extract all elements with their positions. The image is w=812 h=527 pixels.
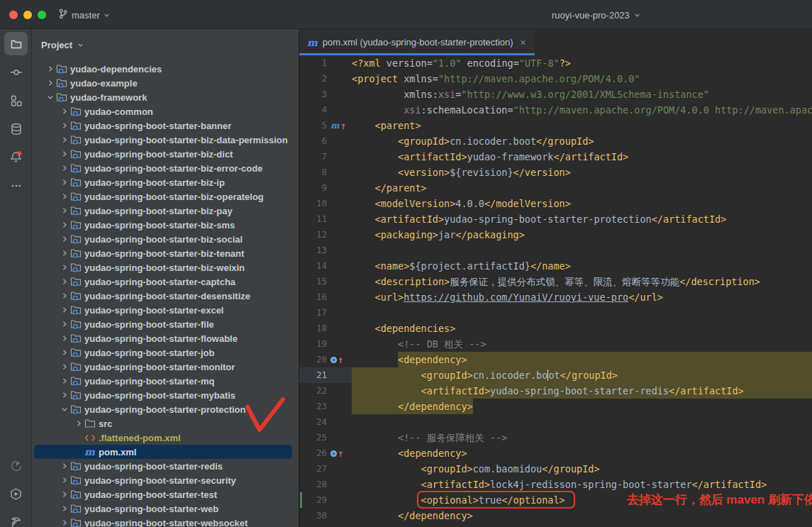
maximize-window-button[interactable] xyxy=(38,11,46,19)
tree-item-pom.xml[interactable]: mpom.xml xyxy=(32,445,299,459)
chevron-right-icon[interactable] xyxy=(59,165,70,172)
close-window-button[interactable] xyxy=(9,11,18,19)
code-line-9[interactable]: 9 </parent> xyxy=(299,180,812,196)
code-line-27[interactable]: 27 <groupId>com.baomidou</groupId> xyxy=(299,461,812,477)
tree-item-yudao-spring-boot-starter-redis[interactable]: yudao-spring-boot-starter-redis xyxy=(32,459,299,473)
tree-item-yudao-spring-boot-starter-test[interactable]: yudao-spring-boot-starter-test xyxy=(32,487,299,501)
tree-item-yudao-spring-boot-starter-biz-pay[interactable]: yudao-spring-boot-starter-biz-pay xyxy=(32,204,299,218)
code-line-10[interactable]: 10 <modelVersion>4.0.0</modelVersion> xyxy=(299,196,812,211)
chevron-right-icon[interactable] xyxy=(59,377,70,384)
tree-item-.flattened-pom.xml[interactable]: .flattened-pom.xml xyxy=(32,431,299,445)
profiler-clock-icon[interactable] xyxy=(4,454,28,477)
chevron-right-icon[interactable] xyxy=(59,321,70,328)
chevron-right-icon[interactable] xyxy=(59,505,70,512)
tree-item-yudao-spring-boot-starter-biz-data-permission[interactable]: yudao-spring-boot-starter-biz-data-permi… xyxy=(32,133,299,147)
tree-item-yudao-spring-boot-starter-biz-dict[interactable]: yudao-spring-boot-starter-biz-dict xyxy=(32,147,299,161)
code-line-17[interactable]: 17 xyxy=(299,305,812,321)
database-icon[interactable] xyxy=(4,117,28,140)
project-folder-icon[interactable] xyxy=(4,32,28,55)
minimize-window-button[interactable] xyxy=(23,11,32,19)
chevron-right-icon[interactable] xyxy=(59,278,70,285)
code-line-12[interactable]: 12 <packaging>jar</packaging> xyxy=(299,227,812,243)
code-line-30[interactable]: 30 </dependency> xyxy=(299,508,812,523)
chevron-right-icon[interactable] xyxy=(59,491,70,498)
chevron-down-icon[interactable] xyxy=(59,406,70,413)
chevron-right-icon[interactable] xyxy=(59,264,70,271)
tree-item-yudao-spring-boot-starter-banner[interactable]: yudao-spring-boot-starter-banner xyxy=(32,118,299,133)
tab-close-icon[interactable]: × xyxy=(518,38,526,48)
code-line-2[interactable]: 2<project xmlns="http://maven.apache.org… xyxy=(299,71,812,87)
chevron-right-icon[interactable] xyxy=(59,150,70,157)
tree-item-yudao-spring-boot-starter-monitor[interactable]: yudao-spring-boot-starter-monitor xyxy=(32,360,299,374)
chevron-right-icon[interactable] xyxy=(45,79,56,87)
tree-item-yudao-framework[interactable]: yudao-framework xyxy=(32,90,299,104)
chevron-right-icon[interactable] xyxy=(59,136,70,143)
git-branch-widget[interactable]: master xyxy=(58,7,110,23)
chevron-right-icon[interactable] xyxy=(59,108,70,115)
chevron-right-icon[interactable] xyxy=(59,235,70,243)
code-line-15[interactable]: 15 <description>服务保证，提供分布式锁、幂等、限流、熔断等等功能… xyxy=(299,274,812,289)
code-line-28[interactable]: 28 <artifactId>lock4j-redisson-spring-bo… xyxy=(299,477,812,492)
chevron-right-icon[interactable] xyxy=(73,420,84,427)
tree-item-yudao-spring-boot-starter-web[interactable]: yudao-spring-boot-starter-web xyxy=(32,501,299,516)
code-line-3[interactable]: 3 xmlns:xsi="http://www.w3.org/2001/XMLS… xyxy=(299,87,812,102)
code-line-25[interactable]: 25 <!-- 服务保障相关 --> xyxy=(299,430,812,445)
code-line-22[interactable]: 22 <artifactId>yudao-spring-boot-starter… xyxy=(299,383,812,399)
notifications-bell-icon[interactable] xyxy=(4,145,28,169)
code-line-8[interactable]: 8 <version>${revision}</version> xyxy=(299,165,812,180)
commit-icon[interactable] xyxy=(4,60,28,84)
chevron-down-icon[interactable] xyxy=(45,94,56,101)
tree-item-yudao-spring-boot-starter-biz-operatelog[interactable]: yudao-spring-boot-starter-biz-operatelog xyxy=(32,189,299,204)
tree-item-yudao-spring-boot-starter-job[interactable]: yudao-spring-boot-starter-job xyxy=(32,345,299,360)
tree-item-yudao-spring-boot-starter-biz-weixin[interactable]: yudao-spring-boot-starter-biz-weixin xyxy=(32,260,299,274)
code-line-13[interactable]: 13 xyxy=(299,243,812,258)
code-line-18[interactable]: 18 <dependencies> xyxy=(299,321,812,336)
code-line-14[interactable]: 14 <name>${project.artifactId}</name> xyxy=(299,258,812,274)
maven-dep-gutter-icon[interactable]: ↑ xyxy=(330,353,343,366)
chevron-right-icon[interactable] xyxy=(59,363,70,370)
code-line-19[interactable]: 19 <!-- DB 相关 --> xyxy=(299,336,812,352)
services-play-icon[interactable] xyxy=(4,482,28,506)
tree-item-yudao-spring-boot-starter-mybatis[interactable]: yudao-spring-boot-starter-mybatis xyxy=(32,388,299,402)
tree-item-yudao-spring-boot-starter-biz-social[interactable]: yudao-spring-boot-starter-biz-social xyxy=(32,232,299,246)
tree-item-yudao-spring-boot-starter-file[interactable]: yudao-spring-boot-starter-file xyxy=(32,317,299,331)
code-area[interactable]: 1<?xml version="1.0" encoding="UTF-8"?>2… xyxy=(299,55,812,527)
editor-tab-pom-xml[interactable]: m pom.xml (yudao-spring-boot-starter-pro… xyxy=(299,29,535,55)
tree-item-yudao-example[interactable]: yudao-example xyxy=(32,76,299,90)
chevron-right-icon[interactable] xyxy=(59,122,70,129)
code-line-29[interactable]: 29 <optional>true</optional>去掉这一行，然后 mav… xyxy=(299,492,812,508)
chevron-right-icon[interactable] xyxy=(59,250,70,257)
tree-item-yudao-spring-boot-starter-excel[interactable]: yudao-spring-boot-starter-excel xyxy=(32,303,299,317)
chevron-right-icon[interactable] xyxy=(59,221,70,228)
tree-item-yudao-spring-boot-starter-biz-ip[interactable]: yudao-spring-boot-starter-biz-ip xyxy=(32,175,299,189)
code-line-26[interactable]: 26↑ <dependency> xyxy=(299,445,812,461)
project-panel-header[interactable]: Project xyxy=(32,29,299,61)
chevron-right-icon[interactable] xyxy=(59,335,70,342)
tree-item-yudao-common[interactable]: yudao-common xyxy=(32,104,299,118)
tree-item-yudao-spring-boot-starter-security[interactable]: yudao-spring-boot-starter-security xyxy=(32,473,299,487)
code-line-20[interactable]: 20↑ <dependency> xyxy=(299,352,812,367)
project-title-widget[interactable]: ruoyi-vue-pro-2023 xyxy=(552,7,640,23)
tree-item-yudao-spring-boot-starter-websocket[interactable]: yudao-spring-boot-starter-websocket xyxy=(32,516,299,527)
tree-item-yudao-spring-boot-starter-biz-error-code[interactable]: yudao-spring-boot-starter-biz-error-code xyxy=(32,161,299,175)
chevron-right-icon[interactable] xyxy=(59,292,70,299)
code-line-11[interactable]: 11 <artifactId>yudao-spring-boot-starter… xyxy=(299,211,812,227)
structure-icon[interactable] xyxy=(4,89,28,112)
code-line-4[interactable]: 4 xsi:schemaLocation="http://maven.apach… xyxy=(299,102,812,118)
code-line-7[interactable]: 7 <artifactId>yudao-framework</artifactI… xyxy=(299,149,812,165)
chevron-right-icon[interactable] xyxy=(59,349,70,356)
tree-item-yudao-spring-boot-starter-biz-sms[interactable]: yudao-spring-boot-starter-biz-sms xyxy=(32,218,299,232)
tree-item-yudao-spring-boot-starter-biz-tenant[interactable]: yudao-spring-boot-starter-biz-tenant xyxy=(32,246,299,260)
chevron-right-icon[interactable] xyxy=(59,462,70,470)
tree-item-yudao-spring-boot-starter-flowable[interactable]: yudao-spring-boot-starter-flowable xyxy=(32,331,299,345)
tree-item-yudao-spring-boot-starter-mq[interactable]: yudao-spring-boot-starter-mq xyxy=(32,374,299,388)
chevron-right-icon[interactable] xyxy=(59,193,70,200)
tree-item-yudao-spring-boot-starter-captcha[interactable]: yudao-spring-boot-starter-captcha xyxy=(32,274,299,289)
chevron-right-icon[interactable] xyxy=(59,519,70,526)
chevron-right-icon[interactable] xyxy=(59,179,70,186)
chevron-right-icon[interactable] xyxy=(59,306,70,314)
tree-item-yudao-spring-boot-starter-desensitize[interactable]: yudao-spring-boot-starter-desensitize xyxy=(32,289,299,303)
chevron-right-icon[interactable] xyxy=(45,65,56,72)
code-line-1[interactable]: 1<?xml version="1.0" encoding="UTF-8"?> xyxy=(299,55,812,71)
code-line-16[interactable]: 16 <url>https://github.com/YunaiV/ruoyi-… xyxy=(299,289,812,305)
